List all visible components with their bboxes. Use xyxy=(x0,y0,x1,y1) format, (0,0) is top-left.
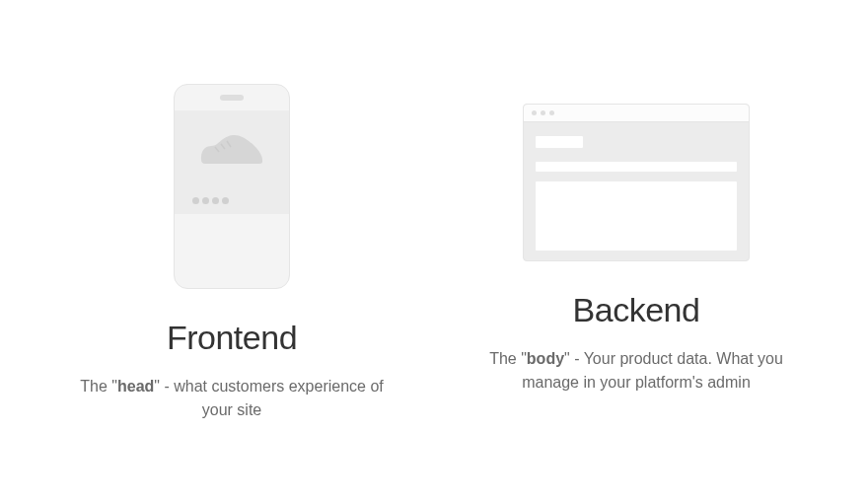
backend-desc-prefix: The " xyxy=(489,350,527,367)
browser-titlebar xyxy=(524,105,749,122)
window-control-icon xyxy=(541,110,545,115)
placeholder-line-icon xyxy=(536,162,737,172)
phone-screen xyxy=(175,110,289,214)
placeholder-content-icon xyxy=(536,181,737,251)
frontend-desc-prefix: The " xyxy=(80,378,117,395)
frontend-desc-suffix: " - what customers experience of your si… xyxy=(154,378,383,418)
placeholder-block-icon xyxy=(536,136,583,148)
window-control-icon xyxy=(549,110,554,115)
browser-mockup xyxy=(523,104,750,261)
frontend-description: The "head" - what customers experience o… xyxy=(64,375,399,422)
frontend-desc-bold: head xyxy=(117,378,154,395)
frontend-title: Frontend xyxy=(167,319,297,357)
backend-desc-bold: body xyxy=(527,350,564,367)
shoe-icon xyxy=(195,130,268,168)
backend-description: The "body" - Your product data. What you… xyxy=(469,347,804,395)
carousel-dots-icon xyxy=(175,187,289,214)
backend-column: Backend The "body" - Your product data. … xyxy=(439,84,833,395)
phone-mockup xyxy=(174,84,290,289)
phone-speaker-icon xyxy=(220,95,244,101)
browser-body xyxy=(524,122,749,260)
backend-title: Backend xyxy=(573,291,700,329)
frontend-column: Frontend The "head" - what customers exp… xyxy=(35,84,429,422)
window-control-icon xyxy=(532,110,537,115)
product-image-area xyxy=(175,110,289,187)
